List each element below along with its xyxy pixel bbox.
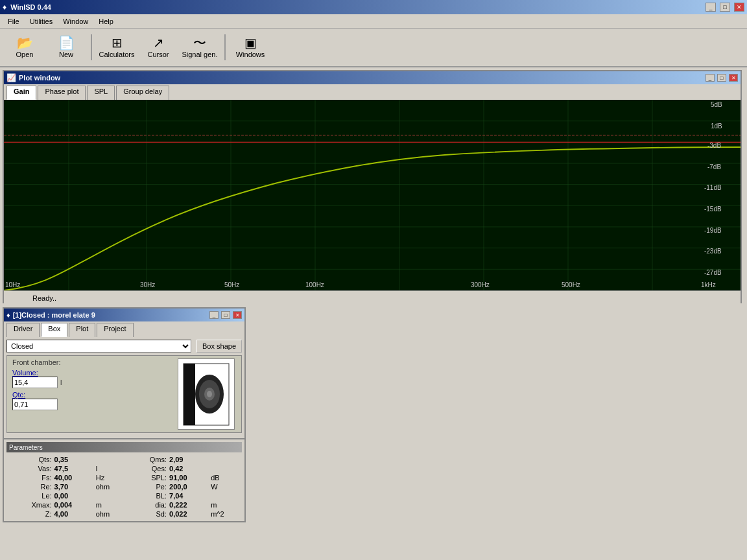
sub-maximize-button[interactable]: □: [221, 311, 230, 319]
tab-driver[interactable]: Driver: [6, 323, 40, 337]
status-text: Ready..: [32, 294, 56, 302]
svg-text:-27dB: -27dB: [704, 269, 722, 276]
tab-group-delay[interactable]: Group delay: [116, 86, 169, 100]
sub-tabs: Driver Box Plot Project: [4, 321, 244, 337]
svg-text:1kHz: 1kHz: [701, 281, 716, 288]
sub-title: [1]Closed : morel elate 9: [13, 311, 207, 319]
signal-gen-button[interactable]: 〜 Signal gen.: [180, 30, 219, 64]
tab-project[interactable]: Project: [97, 323, 133, 337]
cursor-icon: ↗: [153, 36, 164, 49]
svg-text:1dB: 1dB: [711, 122, 722, 129]
param-label-pe: Pe:: [128, 482, 168, 491]
tab-phase-plot[interactable]: Phase plot: [38, 86, 86, 100]
plot-minimize-button[interactable]: _: [706, 74, 715, 82]
calculators-icon: ⊞: [112, 36, 123, 49]
param-unit-vas: l: [95, 464, 128, 473]
menu-utilities[interactable]: Utilities: [25, 16, 58, 27]
toolbar: 📂 Open 📄 New ⊞ Calculators ↗ Cursor 〜 Si…: [0, 29, 747, 67]
plot-title: Plot window: [19, 74, 703, 82]
graph-svg: 5dB 1dB -3dB -7dB -11dB -15dB -19dB -23d…: [4, 100, 741, 290]
menu-window[interactable]: Window: [58, 16, 93, 27]
volume-input[interactable]: [12, 377, 58, 388]
sub-title-bar: ♦ [1]Closed : morel elate 9 _ □ ✕: [4, 309, 244, 321]
param-unit-dia: m: [209, 500, 242, 509]
svg-text:-15dB: -15dB: [704, 205, 722, 213]
windows-label: Windows: [236, 51, 265, 58]
param-unit-re: ohm: [95, 482, 128, 491]
params-row-3: Fs: 40,00 Hz SPL: 91,00 dB: [6, 473, 242, 482]
plot-maximize-button[interactable]: □: [717, 74, 726, 82]
parameters-table: Qts: 0,35 Qms: 2,09 Vas: 47,5 l Qes: 0,4…: [6, 455, 242, 519]
svg-text:-19dB: -19dB: [704, 226, 722, 233]
cursor-button[interactable]: ↗ Cursor: [139, 30, 178, 64]
open-button[interactable]: 📂 Open: [5, 30, 44, 64]
plot-title-bar: 📈 Plot window _ □ ✕: [4, 71, 741, 84]
param-label-fs: Fs:: [6, 473, 53, 482]
plot-close-button[interactable]: ✕: [729, 74, 738, 82]
param-label-bl: BL:: [128, 491, 168, 500]
tab-plot[interactable]: Plot: [69, 323, 95, 337]
sub-content: Closed Box shape Front chamber: Volume: …: [4, 337, 244, 438]
param-unit-pe: W: [209, 482, 242, 491]
param-value-sd: 0,022: [168, 509, 209, 519]
param-value-re: 3,70: [53, 482, 95, 491]
minimize-button[interactable]: _: [706, 3, 716, 12]
chamber-right: [178, 358, 236, 430]
app-title: WinISD 0.44: [10, 3, 702, 11]
param-value-qes: 0,42: [168, 464, 209, 473]
svg-text:5dB: 5dB: [711, 101, 722, 108]
param-label-qms: Qms:: [128, 455, 168, 464]
param-unit-qms: [209, 455, 242, 464]
sub-close-button[interactable]: ✕: [233, 311, 242, 319]
menu-help[interactable]: Help: [93, 16, 119, 27]
param-unit-le: [95, 491, 128, 500]
cursor-label: Cursor: [147, 51, 169, 58]
sub-minimize-button[interactable]: _: [209, 311, 219, 319]
speaker-svg: [180, 360, 232, 428]
param-label-re: Re:: [6, 482, 53, 491]
params-title-bar: Parameters: [6, 442, 242, 452]
param-label-xmax: Xmax:: [6, 500, 53, 509]
tab-box[interactable]: Box: [41, 323, 67, 337]
box-type-select[interactable]: Closed: [6, 340, 191, 353]
menu-bar: File Utilities Window Help: [0, 14, 747, 29]
signal-gen-label: Signal gen.: [182, 51, 217, 58]
windows-button[interactable]: ▣ Windows: [231, 30, 270, 64]
param-value-qts: 0,35: [53, 455, 95, 464]
plot-title-icon: 📈: [6, 73, 16, 82]
param-value-spl: 91,00: [168, 473, 209, 482]
params-row-1: Qts: 0,35 Qms: 2,09: [6, 455, 242, 464]
param-unit-z: ohm: [95, 509, 128, 519]
windows-icon: ▣: [244, 36, 257, 49]
params-row-4: Re: 3,70 ohm Pe: 200,0 W: [6, 482, 242, 491]
tab-spl[interactable]: SPL: [87, 86, 115, 100]
chamber-title: Front chamber:: [12, 358, 61, 366]
params-row-2: Vas: 47,5 l Qes: 0,42: [6, 464, 242, 473]
parameters-section: Parameters Qts: 0,35 Qms: 2,09 Vas: 47,5: [4, 438, 244, 521]
toolbar-separator-2: [224, 34, 226, 60]
param-value-le: 0,00: [53, 491, 95, 500]
menu-file[interactable]: File: [3, 16, 25, 27]
param-label-spl: SPL:: [128, 473, 168, 482]
calculators-button[interactable]: ⊞ Calculators: [97, 30, 136, 64]
param-label-le: Le:: [6, 491, 53, 500]
maximize-button[interactable]: □: [720, 3, 730, 12]
chamber-box: Front chamber: Volume: l Qtc:: [6, 355, 242, 433]
param-unit-fs: Hz: [95, 473, 128, 482]
new-button[interactable]: 📄 New: [47, 30, 86, 64]
qtc-label: Qtc:: [12, 391, 172, 399]
svg-text:50Hz: 50Hz: [224, 281, 239, 288]
qtc-input[interactable]: [12, 399, 58, 410]
tab-gain[interactable]: Gain: [6, 86, 36, 100]
open-icon: 📂: [17, 36, 33, 49]
param-label-qes: Qes:: [128, 464, 168, 473]
close-button[interactable]: ✕: [734, 3, 744, 12]
svg-rect-39: [184, 364, 195, 425]
volume-unit: l: [60, 379, 62, 386]
volume-label: Volume:: [12, 369, 172, 377]
main-area: 📈 Plot window _ □ ✕ Gain Phase plot SPL …: [0, 67, 747, 560]
param-value-dia: 0,222: [168, 500, 209, 509]
box-shape-button[interactable]: Box shape: [196, 340, 242, 353]
param-unit-qts: [95, 455, 128, 464]
params-row-7: Z: 4,00 ohm Sd: 0,022 m^2: [6, 509, 242, 519]
